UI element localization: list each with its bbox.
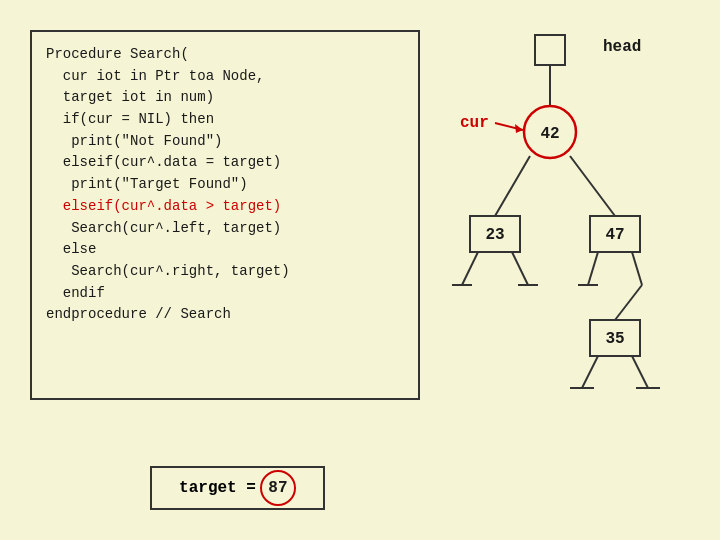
svg-text:35: 35 bbox=[605, 330, 624, 348]
svg-rect-8 bbox=[590, 216, 640, 252]
code-line-6: elseif(cur^.data = target) bbox=[46, 152, 404, 174]
svg-text:cur: cur bbox=[460, 114, 489, 132]
target-value: 87 bbox=[260, 470, 296, 506]
code-line-11: Search(cur^.right, target) bbox=[46, 261, 404, 283]
code-line-1: Procedure Search( bbox=[46, 44, 404, 66]
target-box: target = 87 bbox=[150, 466, 325, 510]
code-line-3: target iot in num) bbox=[46, 87, 404, 109]
svg-line-20 bbox=[582, 356, 598, 388]
svg-rect-6 bbox=[470, 216, 520, 252]
svg-rect-18 bbox=[590, 320, 640, 356]
code-line-5: print("Not Found") bbox=[46, 131, 404, 153]
code-line-12: endif bbox=[46, 283, 404, 305]
svg-marker-26 bbox=[515, 124, 523, 133]
svg-point-2 bbox=[524, 106, 576, 158]
svg-text:23: 23 bbox=[485, 226, 504, 244]
svg-text:47: 47 bbox=[605, 226, 624, 244]
svg-text:42: 42 bbox=[540, 125, 559, 143]
code-line-8-highlight: elseif(cur^.data > target) bbox=[46, 196, 404, 218]
target-label: target = bbox=[179, 479, 256, 497]
code-line-9: Search(cur^.left, target) bbox=[46, 218, 404, 240]
svg-line-21 bbox=[632, 356, 648, 388]
svg-line-10 bbox=[462, 252, 478, 285]
svg-line-4 bbox=[495, 156, 530, 216]
code-line-2: cur iot in Ptr toa Node, bbox=[46, 66, 404, 88]
code-line-7: print("Target Found") bbox=[46, 174, 404, 196]
head-label: head bbox=[603, 38, 641, 56]
svg-line-5 bbox=[570, 156, 615, 216]
svg-line-25 bbox=[495, 123, 523, 130]
code-box: Procedure Search( cur iot in Ptr toa Nod… bbox=[30, 30, 420, 400]
code-line-10: else bbox=[46, 239, 404, 261]
svg-line-14 bbox=[588, 252, 598, 285]
tree-diagram: head 42 23 47 bbox=[440, 20, 700, 480]
code-line-13: endprocedure // Search bbox=[46, 304, 404, 326]
svg-line-17 bbox=[615, 285, 642, 320]
svg-line-11 bbox=[512, 252, 528, 285]
svg-line-15 bbox=[632, 252, 642, 285]
code-line-4: if(cur = NIL) then bbox=[46, 109, 404, 131]
svg-rect-0 bbox=[535, 35, 565, 65]
tree-svg: 42 23 47 35 bbox=[440, 20, 700, 480]
